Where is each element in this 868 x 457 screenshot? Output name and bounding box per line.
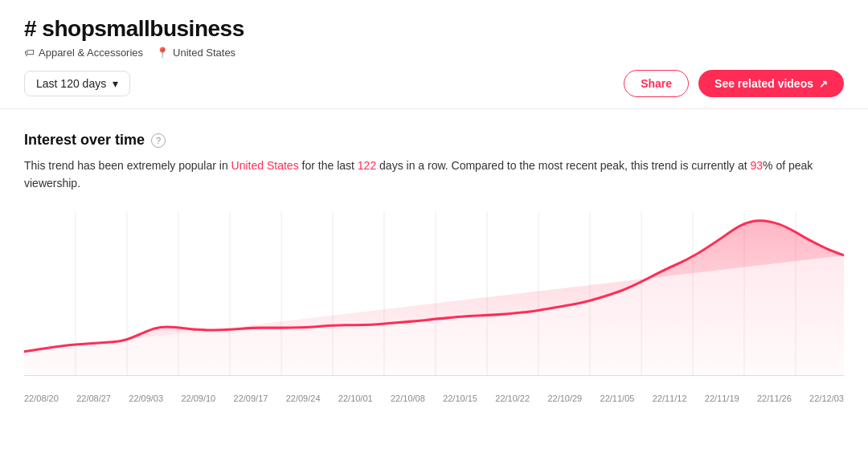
chart-container <box>24 212 844 389</box>
section-heading: Interest over time <box>24 132 145 149</box>
meta-row: 🏷 Apparel & Accessories 📍 United States <box>24 47 844 59</box>
see-related-videos-button[interactable]: See related videos ↗ <box>698 70 844 97</box>
trend-chart <box>24 212 844 389</box>
desc-location: United States <box>231 159 299 172</box>
x-axis-labels: 22/08/20 22/08/27 22/09/03 22/09/10 22/0… <box>24 389 844 403</box>
title-row: # shopsmallbusiness <box>24 16 844 42</box>
x-label-4: 22/09/17 <box>234 394 268 403</box>
external-link-icon: ↗ <box>819 78 828 90</box>
desc-percent: 93 <box>751 159 764 172</box>
title-left: # shopsmallbusiness <box>24 16 244 42</box>
x-label-6: 22/10/01 <box>338 394 373 403</box>
related-label: See related videos <box>714 77 813 90</box>
x-label-13: 22/11/19 <box>705 394 739 403</box>
tag-icon: 🏷 <box>24 47 35 59</box>
x-label-9: 22/10/22 <box>495 394 530 403</box>
x-label-2: 22/09/03 <box>129 394 163 403</box>
x-label-5: 22/09/24 <box>286 394 321 403</box>
desc-days: 122 <box>358 159 376 172</box>
controls-row: Last 120 days ▾ Share See related videos… <box>24 70 844 97</box>
category-label: Apparel & Accessories <box>39 47 143 59</box>
info-icon[interactable]: ? <box>151 133 166 148</box>
x-label-15: 22/12/03 <box>809 394 844 403</box>
desc-before: This trend has been extremely popular in <box>24 159 231 172</box>
location-label: United States <box>173 47 235 59</box>
timeframe-dropdown[interactable]: Last 120 days ▾ <box>24 71 130 96</box>
timeframe-label: Last 120 days <box>36 77 106 90</box>
desc-middle: for the last <box>299 159 358 172</box>
action-buttons: Share See related videos ↗ <box>624 70 844 97</box>
location-icon: 📍 <box>156 47 169 59</box>
location-meta: 📍 United States <box>156 47 235 59</box>
description-text: This trend has been extremely popular in… <box>24 157 828 193</box>
x-label-7: 22/10/08 <box>391 394 425 403</box>
x-label-0: 22/08/20 <box>24 394 59 403</box>
desc-after1: days in a row. Compared to the most rece… <box>376 159 750 172</box>
x-label-10: 22/10/29 <box>547 394 582 403</box>
x-label-14: 22/11/26 <box>757 394 792 403</box>
main-content: Interest over time ? This trend has been… <box>0 109 868 419</box>
category-meta: 🏷 Apparel & Accessories <box>24 47 143 59</box>
x-label-12: 22/11/12 <box>653 394 687 403</box>
chevron-down-icon: ▾ <box>113 77 118 90</box>
x-label-11: 22/11/05 <box>600 394 635 403</box>
x-label-8: 22/10/15 <box>443 394 477 403</box>
section-title-row: Interest over time ? <box>24 132 844 149</box>
x-label-3: 22/09/10 <box>181 394 215 403</box>
x-label-1: 22/08/27 <box>76 394 111 403</box>
page-title: # shopsmallbusiness <box>24 16 244 42</box>
header: # shopsmallbusiness 🏷 Apparel & Accessor… <box>0 0 868 109</box>
share-button[interactable]: Share <box>624 70 689 97</box>
